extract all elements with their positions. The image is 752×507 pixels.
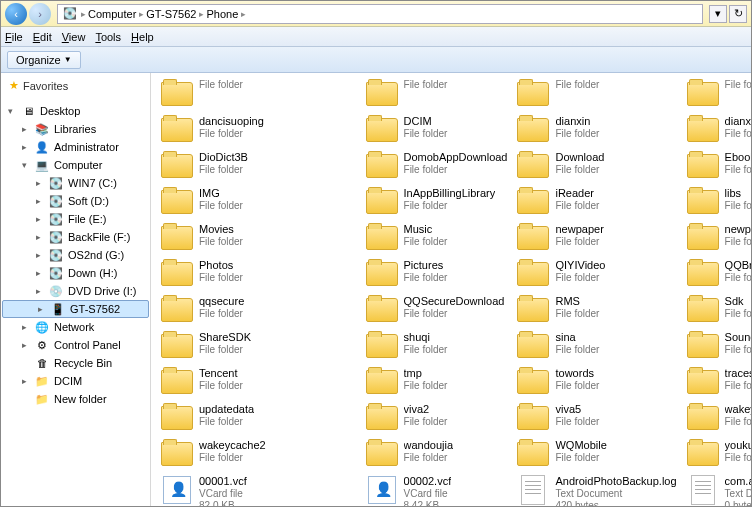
folder-icon [159, 223, 195, 253]
folder-item[interactable]: IMGFile folder [157, 185, 358, 219]
expand-icon[interactable]: ▸ [19, 340, 30, 350]
tree-item[interactable]: ▸💽OS2nd (G:) [1, 246, 150, 264]
expand-icon[interactable]: ▸ [19, 142, 30, 152]
folder-item[interactable]: File folder [683, 77, 751, 111]
folder-item[interactable]: wakeycacheFile folder [683, 401, 751, 435]
folder-item[interactable]: QQSecureDownloadFile folder [362, 293, 510, 327]
folder-item[interactable]: tracesFile folder [683, 365, 751, 399]
expand-icon[interactable]: ▸ [19, 322, 30, 332]
folder-item[interactable]: dianxinFile folder [513, 113, 678, 147]
nav-back-button[interactable]: ‹ [5, 3, 27, 25]
folder-item[interactable]: RMSFile folder [513, 293, 678, 327]
favorites-header[interactable]: ★ Favorites [1, 77, 150, 94]
expand-icon[interactable]: ▸ [19, 124, 30, 134]
menu-file[interactable]: File [5, 31, 23, 43]
expand-icon[interactable]: ▸ [19, 376, 30, 386]
folder-item[interactable]: newpapertempFile folder [683, 221, 751, 255]
folder-item[interactable]: towordsFile folder [513, 365, 678, 399]
tree-item[interactable]: ▸📁DCIM [1, 372, 150, 390]
folder-item[interactable]: EbookFile folder [683, 149, 751, 183]
folder-item[interactable]: viva2File folder [362, 401, 510, 435]
tree-item[interactable]: ▸💽Down (H:) [1, 264, 150, 282]
folder-item[interactable]: ShareSDKFile folder [157, 329, 358, 363]
tree-item[interactable]: ▸📚Libraries [1, 120, 150, 138]
tree-item[interactable]: ▸⚙Control Panel [1, 336, 150, 354]
folder-item[interactable]: QIYIVideoFile folder [513, 257, 678, 291]
folder-item[interactable]: sinaFile folder [513, 329, 678, 363]
folder-item[interactable]: viva5File folder [513, 401, 678, 435]
folder-item[interactable]: wakeycache2File folder [157, 437, 358, 471]
tree-item[interactable]: ▸💽Soft (D:) [1, 192, 150, 210]
item-type: File folder [404, 452, 454, 464]
folder-item[interactable]: File folder [362, 77, 510, 111]
folder-item[interactable]: libsFile folder [683, 185, 751, 219]
tree-item[interactable]: 🗑Recycle Bin [1, 354, 150, 372]
folder-item[interactable]: youkuFile folder [683, 437, 751, 471]
expand-icon[interactable]: ▸ [33, 196, 44, 206]
folder-item[interactable]: PicturesFile folder [362, 257, 510, 291]
folder-item[interactable]: File folder [513, 77, 678, 111]
folder-item[interactable]: WQMobileFile folder [513, 437, 678, 471]
folder-item[interactable]: MusicFile folder [362, 221, 510, 255]
tree-item[interactable]: ▸📱GT-S7562 [2, 300, 149, 318]
breadcrumb-segment[interactable]: ▸Computer [81, 8, 136, 20]
folder-item[interactable]: DCIMFile folder [362, 113, 510, 147]
expand-icon[interactable]: ▸ [35, 304, 46, 314]
tree-item[interactable]: ▸💽BackFile (F:) [1, 228, 150, 246]
breadcrumb-segment[interactable]: ▸GT-S7562 [139, 8, 196, 20]
tree-item[interactable]: ▾💻Computer [1, 156, 150, 174]
breadcrumb-segment[interactable]: ▸Phone [199, 8, 238, 20]
expand-icon[interactable]: ▸ [33, 178, 44, 188]
expand-icon[interactable]: ▸ [33, 286, 44, 296]
expand-icon[interactable]: ▸ [33, 268, 44, 278]
folder-item[interactable]: InAppBillingLibraryFile folder [362, 185, 510, 219]
folder-item[interactable]: QQBrowserFile folder [683, 257, 751, 291]
menu-help[interactable]: Help [131, 31, 154, 43]
refresh-button[interactable]: ↻ [729, 5, 747, 23]
folder-item[interactable]: updatedataFile folder [157, 401, 358, 435]
folder-item[interactable]: tmpFile folder [362, 365, 510, 399]
nav-forward-button[interactable]: › [29, 3, 51, 25]
file-item[interactable]: AndroidPhotoBackup.logText Document420 b… [513, 473, 678, 506]
expand-icon[interactable]: ▸ [33, 214, 44, 224]
menu-edit[interactable]: Edit [33, 31, 52, 43]
expand-icon[interactable]: ▸ [33, 250, 44, 260]
file-item[interactable]: com.autonavi.minimap_0.logText Document0… [683, 473, 751, 506]
address-box[interactable]: 💽 ▸Computer ▸GT-S7562 ▸Phone ▸ [57, 4, 703, 24]
folder-icon [685, 151, 721, 181]
tree-item[interactable]: ▸💿DVD Drive (I:) [1, 282, 150, 300]
organize-button[interactable]: Organize ▼ [7, 51, 81, 69]
folder-item[interactable]: PhotosFile folder [157, 257, 358, 291]
tree-item[interactable]: ▾🖥Desktop [1, 102, 150, 120]
folder-item[interactable]: TencentFile folder [157, 365, 358, 399]
folder-item[interactable]: DownloadFile folder [513, 149, 678, 183]
folder-item[interactable]: iReaderFile folder [513, 185, 678, 219]
folder-item[interactable]: newpaperFile folder [513, 221, 678, 255]
item-size: 420 bytes [555, 500, 676, 506]
menu-view[interactable]: View [62, 31, 86, 43]
expand-icon[interactable]: ▸ [33, 232, 44, 242]
tree-item[interactable]: ▸💽File (E:) [1, 210, 150, 228]
folder-item[interactable]: DomobAppDownloadFile folder [362, 149, 510, 183]
folder-item[interactable]: dianxinosFile folder [683, 113, 751, 147]
address-dropdown-button[interactable]: ▾ [709, 5, 727, 23]
folder-item[interactable]: qqsecureFile folder [157, 293, 358, 327]
folder-item[interactable]: SoundsFile folder [683, 329, 751, 363]
expand-icon[interactable]: ▾ [5, 106, 16, 116]
breadcrumb-tail[interactable]: ▸ [241, 9, 246, 19]
folder-item[interactable]: shuqiFile folder [362, 329, 510, 363]
file-item[interactable]: 00001.vcfVCard file82.0 KB [157, 473, 358, 506]
folder-item[interactable]: MoviesFile folder [157, 221, 358, 255]
file-item[interactable]: 00002.vcfVCard file8.42 KB [362, 473, 510, 506]
tree-item[interactable]: ▸🌐Network [1, 318, 150, 336]
folder-item[interactable]: DioDict3BFile folder [157, 149, 358, 183]
tree-item[interactable]: ▸💽WIN7 (C:) [1, 174, 150, 192]
folder-item[interactable]: File folder [157, 77, 358, 111]
tree-item[interactable]: 📁New folder [1, 390, 150, 408]
expand-icon[interactable]: ▾ [19, 160, 30, 170]
tree-item[interactable]: ▸👤Administrator [1, 138, 150, 156]
folder-item[interactable]: wandoujiaFile folder [362, 437, 510, 471]
menu-tools[interactable]: Tools [95, 31, 121, 43]
folder-item[interactable]: dancisuopingFile folder [157, 113, 358, 147]
folder-item[interactable]: SdkFile folder [683, 293, 751, 327]
